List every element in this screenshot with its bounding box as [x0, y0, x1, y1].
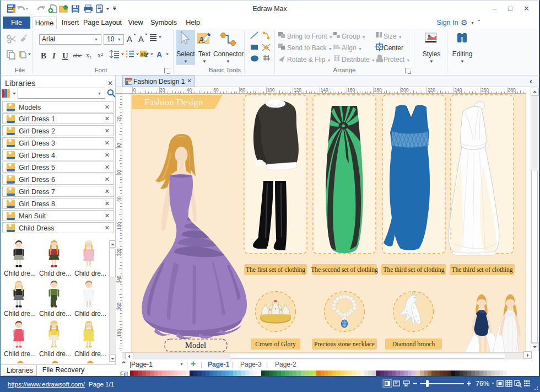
svg-text:The third set of clothing: The third set of clothing: [383, 266, 444, 273]
svg-text:A: A: [127, 34, 132, 44]
svg-text:A: A: [138, 34, 144, 44]
svg-text:Precious stone necklace: Precious stone necklace: [314, 341, 375, 347]
svg-text:Model: Model: [185, 341, 206, 350]
svg-text:I: I: [52, 51, 56, 60]
svg-text:The first set of clothing: The first set of clothing: [246, 266, 305, 273]
svg-text:Fashion Design: Fashion Design: [144, 97, 203, 108]
svg-text:76%: 76%: [476, 380, 489, 388]
svg-text:A: A: [156, 50, 162, 59]
svg-text:abc: abc: [73, 52, 82, 58]
svg-text:U: U: [62, 51, 68, 60]
svg-text:x₂: x₂: [86, 51, 91, 59]
svg-text:ab: ab: [141, 51, 147, 57]
svg-text:B: B: [41, 51, 46, 60]
svg-text:The second set of clothing: The second set of clothing: [311, 266, 378, 273]
svg-text:x²: x²: [98, 51, 103, 59]
svg-text:Diamond brooch: Diamond brooch: [392, 341, 435, 347]
svg-text:Crown of Glory: Crown of Glory: [255, 341, 296, 348]
svg-text:The third set of clothing: The third set of clothing: [451, 266, 512, 273]
